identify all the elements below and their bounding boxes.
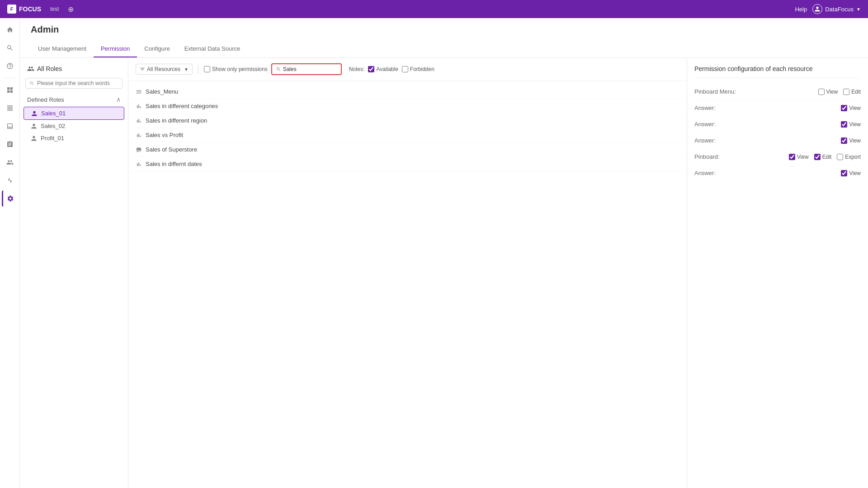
perm-checks-answer-2: View: [841, 121, 861, 128]
sidebar-icon-dashboard[interactable]: [2, 82, 18, 98]
role-search-input[interactable]: [37, 80, 118, 86]
resource-search-input[interactable]: [283, 66, 337, 72]
pb-edit-label: Edit: [822, 154, 832, 160]
sidebar-icon-clipboard[interactable]: [2, 136, 18, 152]
perm-check-pb-view: View: [789, 154, 809, 160]
perm-label-answer-3: Answer:: [694, 137, 731, 144]
topbar-left: F FOCUS test ⊕: [7, 5, 74, 14]
collapse-icon[interactable]: ∧: [116, 96, 121, 103]
perm-checks-pinboard: View Edit Export: [789, 154, 861, 160]
resources-panel: All Resources ▼ Show only permissions No…: [128, 58, 687, 488]
tab-permission[interactable]: Permission: [94, 41, 137, 57]
perm-check-pm-view: View: [818, 89, 838, 95]
pb-view-checkbox[interactable]: [789, 154, 795, 160]
permission-panel: Permission configuration of each resourc…: [687, 58, 868, 488]
forbidden-group: Forbidden: [402, 66, 434, 72]
resource-item-sales-dates[interactable]: Sales in differnt dates: [128, 157, 687, 171]
perm-checks-answer-4: View: [841, 170, 861, 176]
perm-checks-answer-3: View: [841, 137, 861, 144]
topbar: F FOCUS test ⊕ Help DataFocus ▼: [0, 0, 868, 18]
all-roles-title: All Roles: [37, 65, 62, 72]
sidebar-icon-help[interactable]: [2, 58, 18, 74]
resource-name-sales-dates: Sales in differnt dates: [146, 161, 202, 167]
a2-view-checkbox[interactable]: [841, 121, 847, 128]
a1-view-label: View: [849, 105, 861, 111]
pm-view-label: View: [826, 89, 838, 95]
a3-view-checkbox[interactable]: [841, 137, 847, 144]
a2-view-label: View: [849, 121, 861, 128]
resource-item-sales-region[interactable]: Sales in different region: [128, 114, 687, 128]
perm-label-answer-4: Answer:: [694, 170, 731, 176]
pm-edit-checkbox[interactable]: [843, 89, 849, 95]
resource-search-box[interactable]: [271, 63, 342, 75]
add-tab-icon[interactable]: ⊕: [68, 5, 74, 14]
pb-export-label: Export: [845, 154, 861, 160]
a4-view-label: View: [849, 170, 861, 176]
role-item-sales01[interactable]: Sales_01: [24, 107, 124, 120]
user-avatar-icon: [812, 4, 822, 14]
notes-label: Notes:: [349, 66, 365, 72]
perm-row-answer-3: Answer: View: [694, 133, 861, 149]
show-permissions-checkbox[interactable]: [204, 66, 210, 72]
perm-row-answer-1: Answer: View: [694, 100, 861, 116]
sidebar-icon-inbox[interactable]: [2, 118, 18, 134]
role-search-box[interactable]: [25, 78, 123, 89]
available-label: Available: [376, 66, 398, 72]
a4-view-checkbox[interactable]: [841, 170, 847, 176]
pb-export-checkbox[interactable]: [837, 154, 843, 160]
pm-edit-label: Edit: [851, 89, 861, 95]
resource-filter-dropdown[interactable]: All Resources ▼: [136, 64, 193, 75]
header-tabs: User Management Permission Configure Ext…: [31, 41, 857, 57]
perm-check-a1-view: View: [841, 105, 861, 111]
header-section: Admin User Management Permission Configu…: [20, 18, 868, 58]
perm-row-answer-4: Answer: View: [694, 165, 861, 181]
user-menu[interactable]: DataFocus ▼: [812, 4, 861, 14]
pb-edit-checkbox[interactable]: [814, 154, 821, 160]
show-permissions-toggle: Show only permissions: [204, 66, 268, 72]
available-checkbox[interactable]: [368, 66, 374, 72]
sidebar-icon-activity[interactable]: [2, 172, 18, 189]
pm-view-checkbox[interactable]: [818, 89, 825, 95]
sidebar-icon-search[interactable]: [2, 40, 18, 56]
resource-item-sales-superstore[interactable]: Sales of Superstore: [128, 142, 687, 157]
filter-dropdown-arrow: ▼: [184, 67, 189, 72]
sidebar-divider-1: [5, 78, 15, 78]
role-item-sales02[interactable]: Sales_02: [20, 120, 128, 132]
resource-list: Sales_Menu Sales in different categories…: [128, 81, 687, 175]
sidebar-icon-home[interactable]: [2, 22, 18, 38]
resource-item-sales-menu[interactable]: Sales_Menu: [128, 85, 687, 99]
available-group: Available: [368, 66, 398, 72]
perm-row-answer-2: Answer: View: [694, 116, 861, 133]
tab-external-data-source[interactable]: External Data Source: [177, 41, 248, 57]
role-name-sales01: Sales_01: [41, 110, 66, 117]
app-name: FOCUS: [19, 5, 41, 13]
perm-label-answer-2: Answer:: [694, 121, 731, 128]
defined-roles-header: Defined Roles ∧: [20, 94, 128, 105]
icon-sidebar: [0, 18, 20, 488]
perm-check-pb-export: Export: [837, 154, 861, 160]
a1-view-checkbox[interactable]: [841, 105, 847, 111]
sidebar-icon-table[interactable]: [2, 100, 18, 116]
all-roles-header: All Roles: [20, 65, 128, 78]
sidebar-icon-settings[interactable]: [2, 190, 18, 207]
resource-item-sales-categories[interactable]: Sales in different categories: [128, 99, 687, 114]
resource-name-sales-categories: Sales in different categories: [146, 103, 218, 109]
perm-label-pinboard: Pinboard:: [694, 153, 731, 160]
resource-filter-label: All Resources: [147, 66, 180, 72]
current-tab-name: test: [47, 6, 62, 12]
tab-user-management[interactable]: User Management: [31, 41, 94, 57]
tab-configure[interactable]: Configure: [137, 41, 177, 57]
perm-checks-pinboard-menu: View Edit: [818, 89, 861, 95]
a3-view-label: View: [849, 137, 861, 144]
sidebar-icon-users[interactable]: [2, 154, 18, 171]
forbidden-checkbox[interactable]: [402, 66, 408, 72]
topbar-right: Help DataFocus ▼: [795, 4, 861, 14]
help-link[interactable]: Help: [795, 6, 807, 13]
resource-item-sales-profit[interactable]: Sales vs Profit: [128, 128, 687, 142]
role-item-profit01[interactable]: Profit_01: [20, 132, 128, 144]
forbidden-label: Forbidden: [410, 66, 434, 72]
perm-row-pinboard-menu: Pinboard Menu: View Edit: [694, 84, 861, 100]
perm-check-pb-edit: Edit: [814, 154, 832, 160]
perm-check-pm-edit: Edit: [843, 89, 861, 95]
app-logo: F FOCUS: [7, 5, 41, 14]
